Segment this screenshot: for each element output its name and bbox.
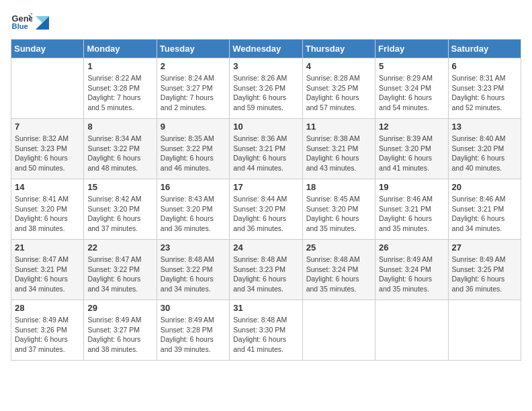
day-info: Sunrise: 8:35 AM Sunset: 3:22 PM Dayligh… — [161, 134, 226, 173]
day-number: 15 — [87, 182, 152, 192]
day-number: 14 — [15, 182, 80, 192]
day-cell: 6Sunrise: 8:31 AM Sunset: 3:23 PM Daylig… — [448, 58, 521, 119]
page-header: General Blue — [11, 11, 521, 32]
day-info: Sunrise: 8:41 AM Sunset: 3:20 PM Dayligh… — [15, 194, 80, 234]
day-number: 13 — [452, 122, 517, 132]
day-cell: 16Sunrise: 8:43 AM Sunset: 3:20 PM Dayli… — [157, 179, 229, 240]
day-number: 24 — [233, 242, 298, 253]
day-info: Sunrise: 8:48 AM Sunset: 3:24 PM Dayligh… — [306, 255, 371, 294]
day-number: 18 — [306, 182, 371, 192]
week-row-4: 21Sunrise: 8:47 AM Sunset: 3:21 PM Dayli… — [11, 240, 521, 300]
day-cell: 10Sunrise: 8:36 AM Sunset: 3:21 PM Dayli… — [230, 119, 302, 179]
header-row: SundayMondayTuesdayWednesdayThursdayFrid… — [11, 40, 521, 58]
day-number: 7 — [15, 122, 80, 132]
header-day-thursday: Thursday — [302, 40, 375, 58]
header-day-wednesday: Wednesday — [230, 40, 302, 58]
week-row-5: 28Sunrise: 8:49 AM Sunset: 3:26 PM Dayli… — [11, 300, 521, 361]
logo: General Blue — [11, 11, 50, 32]
day-cell: 24Sunrise: 8:48 AM Sunset: 3:23 PM Dayli… — [230, 240, 302, 300]
day-info: Sunrise: 8:42 AM Sunset: 3:20 PM Dayligh… — [87, 194, 152, 234]
day-cell: 19Sunrise: 8:46 AM Sunset: 3:21 PM Dayli… — [375, 179, 448, 240]
day-cell — [448, 300, 521, 361]
day-info: Sunrise: 8:39 AM Sunset: 3:20 PM Dayligh… — [379, 134, 444, 173]
day-info: Sunrise: 8:24 AM Sunset: 3:27 PM Dayligh… — [161, 73, 226, 113]
day-cell: 31Sunrise: 8:48 AM Sunset: 3:30 PM Dayli… — [230, 300, 302, 361]
day-cell: 13Sunrise: 8:40 AM Sunset: 3:20 PM Dayli… — [448, 119, 521, 179]
day-cell: 11Sunrise: 8:38 AM Sunset: 3:21 PM Dayli… — [302, 119, 375, 179]
logo-icon: General Blue — [11, 11, 32, 32]
day-cell: 29Sunrise: 8:49 AM Sunset: 3:27 PM Dayli… — [84, 300, 157, 361]
day-info: Sunrise: 8:43 AM Sunset: 3:20 PM Dayligh… — [161, 194, 226, 234]
header-day-friday: Friday — [375, 40, 448, 58]
day-cell: 7Sunrise: 8:32 AM Sunset: 3:23 PM Daylig… — [11, 119, 84, 179]
day-cell — [375, 300, 448, 361]
day-cell: 4Sunrise: 8:28 AM Sunset: 3:25 PM Daylig… — [302, 58, 375, 119]
day-info: Sunrise: 8:22 AM Sunset: 3:28 PM Dayligh… — [87, 73, 152, 113]
day-number: 9 — [161, 122, 226, 132]
calendar-table: SundayMondayTuesdayWednesdayThursdayFrid… — [11, 39, 521, 361]
day-info: Sunrise: 8:48 AM Sunset: 3:23 PM Dayligh… — [233, 255, 298, 294]
header-day-tuesday: Tuesday — [157, 40, 229, 58]
week-row-2: 7Sunrise: 8:32 AM Sunset: 3:23 PM Daylig… — [11, 119, 521, 179]
day-info: Sunrise: 8:32 AM Sunset: 3:23 PM Dayligh… — [15, 134, 80, 173]
day-number: 19 — [379, 182, 444, 192]
day-info: Sunrise: 8:46 AM Sunset: 3:21 PM Dayligh… — [452, 194, 517, 234]
day-number: 20 — [452, 182, 517, 192]
day-number: 25 — [306, 242, 371, 253]
day-info: Sunrise: 8:40 AM Sunset: 3:20 PM Dayligh… — [452, 134, 517, 173]
calendar-body: 1Sunrise: 8:22 AM Sunset: 3:28 PM Daylig… — [11, 58, 521, 361]
day-cell: 3Sunrise: 8:26 AM Sunset: 3:26 PM Daylig… — [230, 58, 302, 119]
day-number: 1 — [87, 61, 152, 71]
day-cell: 18Sunrise: 8:45 AM Sunset: 3:20 PM Dayli… — [302, 179, 375, 240]
day-cell: 15Sunrise: 8:42 AM Sunset: 3:20 PM Dayli… — [84, 179, 157, 240]
calendar-header: SundayMondayTuesdayWednesdayThursdayFrid… — [11, 40, 521, 58]
day-info: Sunrise: 8:49 AM Sunset: 3:26 PM Dayligh… — [15, 315, 80, 355]
day-cell: 22Sunrise: 8:47 AM Sunset: 3:22 PM Dayli… — [84, 240, 157, 300]
day-info: Sunrise: 8:26 AM Sunset: 3:26 PM Dayligh… — [233, 73, 298, 113]
day-cell: 30Sunrise: 8:49 AM Sunset: 3:28 PM Dayli… — [157, 300, 229, 361]
day-info: Sunrise: 8:48 AM Sunset: 3:22 PM Dayligh… — [161, 255, 226, 294]
day-number: 6 — [452, 61, 517, 71]
day-number: 16 — [161, 182, 226, 192]
day-info: Sunrise: 8:49 AM Sunset: 3:24 PM Dayligh… — [379, 255, 444, 294]
day-info: Sunrise: 8:49 AM Sunset: 3:25 PM Dayligh… — [452, 255, 517, 294]
day-cell: 21Sunrise: 8:47 AM Sunset: 3:21 PM Dayli… — [11, 240, 84, 300]
day-cell: 12Sunrise: 8:39 AM Sunset: 3:20 PM Dayli… — [375, 119, 448, 179]
day-cell: 28Sunrise: 8:49 AM Sunset: 3:26 PM Dayli… — [11, 300, 84, 361]
day-number: 10 — [233, 122, 298, 132]
day-info: Sunrise: 8:49 AM Sunset: 3:27 PM Dayligh… — [87, 315, 152, 355]
day-cell: 25Sunrise: 8:48 AM Sunset: 3:24 PM Dayli… — [302, 240, 375, 300]
day-number: 2 — [161, 61, 226, 71]
day-cell: 2Sunrise: 8:24 AM Sunset: 3:27 PM Daylig… — [157, 58, 229, 119]
day-number: 21 — [15, 242, 80, 253]
day-info: Sunrise: 8:45 AM Sunset: 3:20 PM Dayligh… — [306, 194, 371, 234]
day-cell: 5Sunrise: 8:29 AM Sunset: 3:24 PM Daylig… — [375, 58, 448, 119]
week-row-1: 1Sunrise: 8:22 AM Sunset: 3:28 PM Daylig… — [11, 58, 521, 119]
day-cell: 26Sunrise: 8:49 AM Sunset: 3:24 PM Dayli… — [375, 240, 448, 300]
day-info: Sunrise: 8:47 AM Sunset: 3:22 PM Dayligh… — [87, 255, 152, 294]
day-info: Sunrise: 8:48 AM Sunset: 3:30 PM Dayligh… — [233, 315, 298, 355]
day-info: Sunrise: 8:36 AM Sunset: 3:21 PM Dayligh… — [233, 134, 298, 173]
day-number: 8 — [87, 122, 152, 132]
day-info: Sunrise: 8:44 AM Sunset: 3:20 PM Dayligh… — [233, 194, 298, 234]
day-cell: 9Sunrise: 8:35 AM Sunset: 3:22 PM Daylig… — [157, 119, 229, 179]
day-number: 28 — [15, 303, 80, 313]
day-cell: 1Sunrise: 8:22 AM Sunset: 3:28 PM Daylig… — [84, 58, 157, 119]
header-day-monday: Monday — [84, 40, 157, 58]
day-number: 23 — [161, 242, 226, 253]
day-number: 11 — [306, 122, 371, 132]
day-number: 31 — [233, 303, 298, 313]
day-cell: 23Sunrise: 8:48 AM Sunset: 3:22 PM Dayli… — [157, 240, 229, 300]
day-info: Sunrise: 8:28 AM Sunset: 3:25 PM Dayligh… — [306, 73, 371, 113]
day-number: 12 — [379, 122, 444, 132]
day-number: 3 — [233, 61, 298, 71]
day-info: Sunrise: 8:38 AM Sunset: 3:21 PM Dayligh… — [306, 134, 371, 173]
day-number: 4 — [306, 61, 371, 71]
day-info: Sunrise: 8:49 AM Sunset: 3:28 PM Dayligh… — [161, 315, 226, 355]
day-info: Sunrise: 8:47 AM Sunset: 3:21 PM Dayligh… — [15, 255, 80, 294]
header-day-sunday: Sunday — [11, 40, 84, 58]
week-row-3: 14Sunrise: 8:41 AM Sunset: 3:20 PM Dayli… — [11, 179, 521, 240]
day-number: 17 — [233, 182, 298, 192]
day-cell: 8Sunrise: 8:34 AM Sunset: 3:22 PM Daylig… — [84, 119, 157, 179]
day-number: 30 — [161, 303, 226, 313]
